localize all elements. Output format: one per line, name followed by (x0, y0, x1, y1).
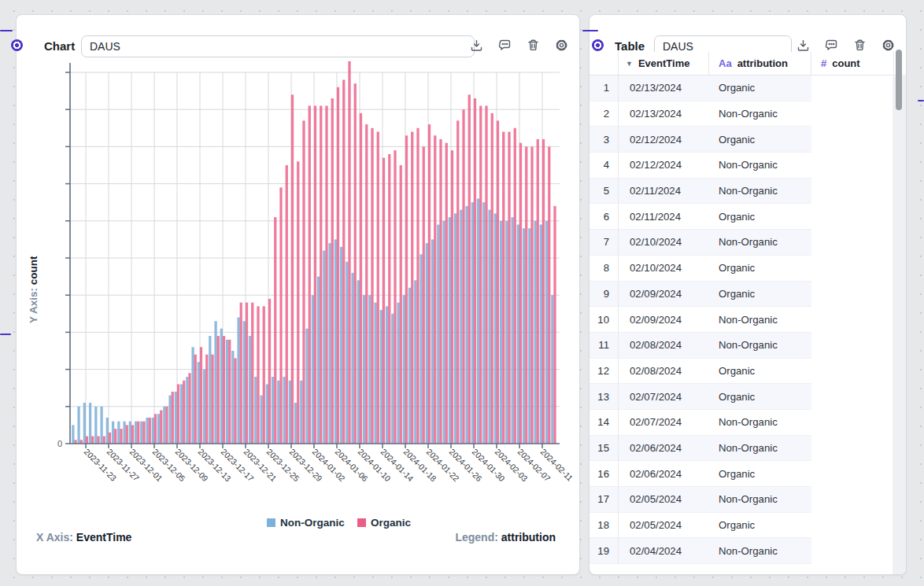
cell-attribution: Organic (709, 359, 811, 385)
bar-non-organic (214, 321, 216, 444)
cell-eventtime: 02/06/2024 (619, 461, 709, 487)
row-number: 18 (590, 513, 619, 539)
table-row[interactable]: 902/09/2024Organic (590, 282, 906, 308)
comment-icon[interactable] (825, 39, 838, 52)
bar-non-organic (168, 396, 171, 444)
bar-organic (325, 105, 327, 444)
row-number: 14 (590, 410, 619, 436)
table-row[interactable]: 1902/04/2024Non-Organic (590, 538, 906, 564)
bar-organic (423, 146, 425, 444)
table-row[interactable]: 1602/06/2024Organic (590, 461, 906, 487)
cell-count (811, 410, 894, 436)
table-row[interactable]: 1202/08/2024Organic (590, 359, 906, 385)
column-header-eventtime[interactable]: ▼ EventTime (619, 52, 709, 75)
bar-organic (234, 358, 236, 444)
table-row[interactable]: 1502/06/2024Non-Organic (590, 436, 906, 462)
cell-anchor-icon[interactable] (11, 39, 23, 51)
cell-eventtime: 02/06/2024 (619, 436, 709, 462)
table-row[interactable]: 702/10/2024Non-Organic (590, 230, 906, 256)
bar-chart-plot: 02023-11-232023-11-272023-12-012023-12-0… (17, 15, 581, 514)
bar-non-organic (94, 407, 97, 444)
bar-non-organic (363, 295, 365, 444)
bar-non-organic (203, 370, 205, 444)
cell-count (811, 76, 894, 101)
column-header-attribution[interactable]: Aa attribution (709, 52, 811, 75)
bar-non-organic (237, 318, 239, 444)
table-row[interactable]: 1802/05/2024Organic (590, 513, 906, 539)
bar-non-organic (312, 295, 314, 444)
table-row[interactable]: 1702/05/2024Non-Organic (590, 487, 906, 513)
table-scrollbar-track[interactable] (893, 76, 906, 574)
bar-organic (109, 433, 111, 444)
cell-eventtime: 02/04/2024 (619, 538, 709, 564)
bar-non-organic (403, 295, 405, 444)
row-number: 7 (590, 230, 619, 256)
bar-non-organic (77, 407, 79, 444)
bar-organic (360, 113, 362, 444)
cell-eventtime: 02/07/2024 (619, 410, 709, 436)
cell-attribution: Organic (709, 461, 811, 487)
bar-organic (228, 340, 231, 444)
bar-non-organic (380, 310, 383, 444)
table-scrollbar-thumb[interactable] (896, 50, 902, 110)
bar-organic (251, 303, 253, 444)
bar-organic (331, 98, 334, 444)
cell-attribution: Organic (709, 256, 811, 282)
trash-icon[interactable] (853, 39, 867, 52)
bar-organic (314, 105, 316, 444)
legend-item-organic: Organic (357, 517, 411, 529)
bar-non-organic (289, 381, 291, 444)
cell-attribution: Non-Organic (709, 487, 811, 513)
table-row[interactable]: 802/10/2024Organic (590, 256, 906, 282)
cell-count (811, 487, 894, 513)
cell-attribution: Organic (709, 384, 811, 410)
table-row[interactable]: 1102/08/2024Non-Organic (590, 333, 906, 359)
bar-organic (200, 347, 202, 444)
cell-anchor-icon[interactable] (592, 39, 604, 51)
download-icon[interactable] (796, 39, 810, 52)
bar-organic (394, 150, 396, 444)
bar-organic (320, 105, 322, 444)
bar-non-organic (545, 221, 548, 444)
row-number: 19 (590, 538, 619, 564)
sort-descending-icon[interactable]: ▼ (626, 60, 633, 68)
bar-organic (188, 373, 190, 444)
table-row[interactable]: 402/12/2024Non-Organic (590, 153, 906, 179)
cell-count (811, 538, 894, 564)
bar-organic (519, 143, 522, 444)
row-number: 4 (590, 153, 619, 179)
bar-organic (194, 355, 197, 444)
bar-organic (165, 407, 168, 444)
row-number: 15 (590, 436, 619, 462)
cell-count (811, 153, 894, 179)
cell-attribution: Non-Organic (709, 410, 811, 436)
bar-organic (149, 418, 151, 444)
bar-organic (405, 135, 408, 444)
cell-attribution: Organic (709, 127, 811, 153)
table-row[interactable]: 302/12/2024Organic (590, 127, 906, 153)
bar-organic (160, 411, 162, 444)
cell-eventtime: 02/05/2024 (619, 513, 709, 539)
table-row[interactable]: 502/11/2024Non-Organic (590, 179, 906, 205)
bar-non-organic (391, 314, 394, 444)
bar-non-organic (465, 206, 468, 444)
table-row[interactable]: 202/13/2024Non-Organic (590, 101, 906, 127)
table-row[interactable]: 102/13/2024Organic (590, 76, 906, 101)
bar-non-organic (300, 381, 302, 444)
cell-count (811, 307, 894, 333)
bar-non-organic (266, 384, 268, 444)
bar-non-organic (249, 336, 251, 444)
bar-non-organic (175, 392, 177, 444)
cell-attribution: Organic (709, 76, 811, 101)
table-row[interactable]: 1302/07/2024Organic (590, 384, 906, 410)
gear-icon[interactable] (881, 39, 895, 52)
column-header-count[interactable]: # count (811, 52, 894, 75)
table-row[interactable]: 1002/09/2024Non-Organic (590, 307, 906, 333)
cell-count (811, 461, 894, 487)
bar-organic (439, 139, 442, 444)
table-row[interactable]: 602/11/2024Organic (590, 204, 906, 230)
bar-non-organic (523, 228, 525, 444)
bar-organic (154, 414, 157, 444)
table-row[interactable]: 1402/07/2024Non-Organic (590, 410, 906, 436)
number-type-icon: # (821, 57, 826, 69)
